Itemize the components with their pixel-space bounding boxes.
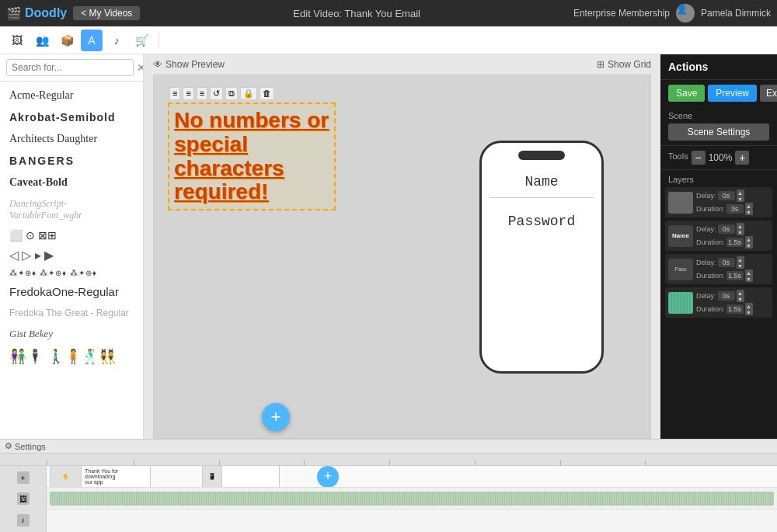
scene-settings-button[interactable]: Scene Settings	[668, 123, 769, 141]
topbar-right: Enterprise Membership 👤 Pamela Dimmick	[573, 4, 771, 23]
user-name: Pamela Dimmick	[701, 8, 771, 19]
font-item-icons1[interactable]: ⬜ ⊙ ⊠⊞	[0, 226, 143, 245]
audio-track	[47, 488, 777, 509]
grid-icon: ⊞	[597, 59, 605, 70]
video-clip[interactable]: ✋ Thank You for downloadingour app	[50, 466, 151, 488]
layer-duration-4[interactable]	[726, 304, 744, 314]
font-item-dancing[interactable]: DancingScript-VariableFont_wght	[0, 193, 143, 226]
layer-controls-3: Delay: ▲▼ Duration: ▲▼	[696, 256, 769, 282]
ruler-mark	[645, 461, 730, 465]
ruler-mark	[134, 461, 219, 465]
layer-thumb-3: Pass	[668, 259, 693, 280]
main-area: ✕ Acme-Regular Akrobat-Semibold Architec…	[0, 54, 777, 439]
tools-title: Tools	[668, 151, 688, 161]
cart-tool-btn[interactable]: 🛒	[131, 30, 152, 51]
image-track-btn[interactable]: 🖼	[17, 492, 30, 505]
font-item-acme[interactable]: Acme-Regular	[0, 85, 143, 106]
align-center-icon[interactable]: ≡	[183, 87, 193, 100]
back-button[interactable]: < My Videos	[73, 6, 140, 20]
prop-tool-btn[interactable]: 📦	[56, 30, 78, 51]
add-track-btn[interactable]: +	[17, 471, 30, 484]
preview-button[interactable]: Preview	[708, 85, 757, 102]
layer-delay-2[interactable]	[718, 224, 735, 234]
video-clip-2[interactable]: 📱	[202, 466, 280, 488]
actions-header: Actions	[660, 54, 777, 80]
ruler-mark	[47, 461, 134, 465]
ruler-mark	[219, 461, 305, 465]
music-tool-btn[interactable]: ♪	[106, 30, 127, 51]
rotate-icon[interactable]: ↺	[210, 87, 223, 100]
show-preview-btn[interactable]: 👁 Show Preview	[153, 59, 225, 70]
font-item-architects[interactable]: Architects Daughter	[0, 128, 143, 150]
music-track-btn[interactable]: ♪	[17, 514, 30, 527]
zoom-out-btn[interactable]: −	[692, 151, 706, 165]
track-rows: ✋ Thank You for downloadingour app 📱 +	[47, 466, 777, 532]
align-left-icon[interactable]: ≡	[169, 87, 180, 100]
layer-duration-2[interactable]	[726, 238, 744, 247]
clear-search-btn[interactable]: ✕	[137, 61, 144, 74]
duplicate-icon[interactable]: ⧉	[225, 87, 238, 100]
layer-item-4[interactable]: Delay: ▲▼ Duration: ▲▼	[665, 287, 772, 318]
layers-title: Layers	[660, 170, 777, 186]
layer-duration-stepper-1: ▲▼	[745, 203, 753, 215]
layer-duration-stepper-3: ▲▼	[745, 269, 753, 282]
layer-controls-2: Delay: ▲▼ Duration: ▲▼	[696, 223, 769, 249]
layer-duration-3[interactable]	[726, 271, 744, 280]
font-item-caveat-bold[interactable]: Caveat-Bold	[0, 172, 143, 193]
layer-item-3[interactable]: Pass Delay: ▲▼ Duration: ▲▼	[665, 254, 772, 284]
text-tool-btn[interactable]: A	[81, 30, 103, 51]
timeline-tracks: + 🖼 ♪ ✋ Thank You for downloadingour app	[0, 466, 777, 532]
app-logo: 🎬Doodly	[6, 6, 67, 21]
search-input[interactable]	[6, 59, 134, 76]
font-item-bangers[interactable]: BANGERS	[0, 150, 143, 172]
layer-delay-row-1: Delay: ▲▼	[696, 190, 769, 202]
ruler-mark	[560, 461, 646, 465]
layer-controls-4: Delay: ▲▼ Duration: ▲▼	[696, 290, 769, 315]
layer-duration-stepper-2: ▲▼	[745, 236, 753, 249]
add-element-fab[interactable]: +	[262, 403, 290, 431]
membership-label: Enterprise Membership	[573, 8, 670, 19]
gear-icon: ⚙	[5, 441, 12, 451]
layer-item-2[interactable]: Name Delay: ▲▼ Duration: ▲▼	[665, 221, 772, 251]
video-track: ✋ Thank You for downloadingour app 📱 +	[47, 466, 777, 488]
layer-duration-row-1: Duration: ▲▼	[696, 203, 769, 215]
image-tool-btn[interactable]: 🖼	[6, 30, 28, 51]
layer-item-1[interactable]: Delay: ▲▼ Duration: ▲▼	[665, 187, 772, 217]
export-button[interactable]: Export	[760, 85, 777, 102]
font-item-arrows[interactable]: ◁ ▷ ▸ ▶	[0, 245, 143, 266]
layer-controls-1: Delay: ▲▼ Duration: ▲▼	[696, 190, 769, 215]
zoom-in-btn[interactable]: +	[735, 151, 749, 165]
lock-icon[interactable]: 🔒	[240, 87, 257, 100]
timeline-header: ⚙ Settings	[0, 440, 777, 454]
layer-duration-1[interactable]	[726, 204, 744, 214]
track-ctrl-1: +	[2, 468, 44, 488]
settings-btn[interactable]: ⚙ Settings	[5, 441, 46, 451]
show-grid-btn[interactable]: ⊞ Show Grid	[597, 59, 651, 70]
topbar: 🎬Doodly < My Videos Edit Video: Thank Yo…	[0, 0, 777, 26]
add-clip-btn[interactable]: +	[317, 466, 339, 488]
font-item-small-icons[interactable]: ⁂✦⊛♦ ⁂✦⊛♦ ⁂✦⊛♦	[0, 266, 143, 280]
text-toolbar: ≡ ≡ ≡ ↺ ⧉ 🔒 🗑	[169, 87, 274, 100]
delete-icon[interactable]: 🗑	[260, 87, 274, 100]
action-buttons: Save Preview Export	[660, 80, 777, 106]
scene-section: Scene Scene Settings	[660, 106, 777, 146]
font-item-fredoka[interactable]: FredokaOne-Regular	[0, 280, 143, 303]
align-right-icon[interactable]: ≡	[197, 87, 207, 100]
search-bar: ✕	[0, 54, 143, 82]
layer-delay-3[interactable]	[718, 258, 735, 267]
layer-delay-4[interactable]	[718, 291, 735, 301]
layer-delay-1[interactable]	[718, 191, 735, 200]
font-list: Acme-Regular Akrobat-Semibold Architects…	[0, 82, 143, 439]
font-item-gist[interactable]: Gist Bekey	[0, 323, 143, 345]
layer-duration-stepper-4: ▲▼	[745, 303, 753, 315]
font-item-people[interactable]: 👫🕴 🚶‍♂️🧍🕺👯	[0, 345, 143, 368]
clip-thumb-2: 📱	[203, 466, 222, 488]
scene-title: Scene	[668, 111, 769, 120]
layer-thumb-2: Name	[668, 225, 693, 247]
font-item-akrobat[interactable]: Akrobat-Semibold	[0, 106, 143, 128]
right-panel: Actions Save Preview Export Scene Scene …	[660, 54, 777, 439]
people-tool-btn[interactable]: 👥	[31, 30, 53, 51]
font-item-fredoka-thin[interactable]: Fredoka The Great - Regular	[0, 303, 143, 323]
text-element[interactable]: ≡ ≡ ≡ ↺ ⧉ 🔒 🗑 No numbers or special char…	[168, 103, 336, 210]
save-button[interactable]: Save	[668, 85, 705, 102]
